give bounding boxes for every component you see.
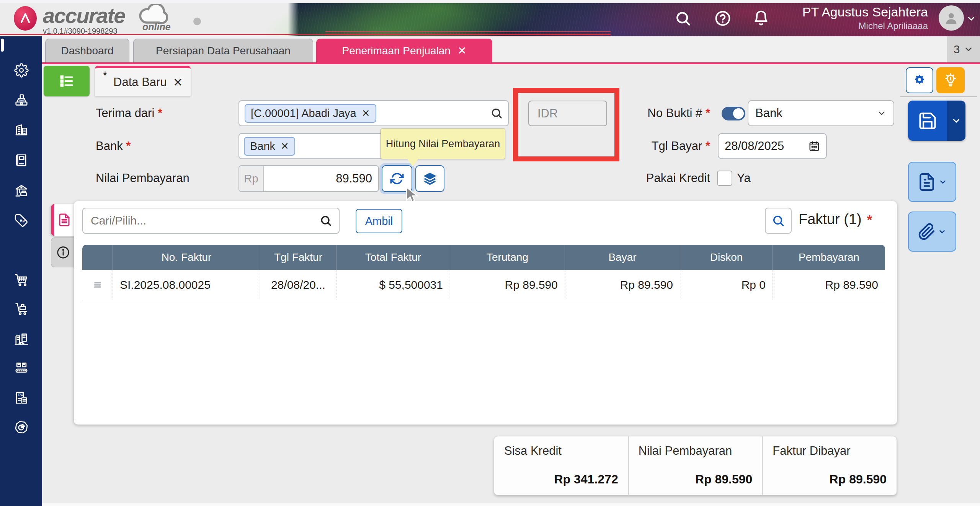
sidebar-item-reports[interactable] bbox=[14, 420, 29, 436]
cell-diskon[interactable]: Rp 0 bbox=[680, 270, 773, 300]
sidebar-item-settings[interactable] bbox=[14, 63, 29, 79]
sidebar-item-bank[interactable] bbox=[14, 184, 29, 200]
drag-handle-icon bbox=[93, 280, 103, 290]
sidebar-item-price-tag-rp[interactable]: Rp bbox=[14, 213, 29, 229]
no-bukti-toggle[interactable] bbox=[722, 107, 745, 120]
header-bayar[interactable]: Bayar bbox=[565, 245, 680, 270]
pakai-kredit-checkbox[interactable] bbox=[717, 171, 732, 186]
tab-label: Dashboard bbox=[61, 45, 114, 57]
global-search-icon[interactable] bbox=[675, 10, 691, 28]
terima-dari-input[interactable]: [C.00001] Abadi Jaya ✕ bbox=[238, 100, 509, 126]
invoice-search-box[interactable] bbox=[82, 208, 340, 234]
hint-lightbulb-button[interactable] bbox=[936, 67, 965, 93]
header-no-faktur[interactable]: No. Faktur bbox=[113, 245, 260, 270]
user-menu-chevron-icon[interactable] bbox=[966, 14, 976, 25]
header-pembayaran[interactable]: Pembayaran bbox=[773, 245, 885, 270]
header-tgl-faktur[interactable]: Tgl Faktur bbox=[260, 245, 336, 270]
bank-chip[interactable]: Bank ✕ bbox=[244, 137, 295, 156]
select-value: Bank bbox=[755, 106, 782, 120]
panel-tab-info[interactable] bbox=[51, 238, 75, 267]
save-floppy-icon bbox=[918, 111, 938, 131]
tgl-bayar-label: Tgl Bayar * bbox=[597, 139, 710, 153]
summary-value: Rp 89.590 bbox=[695, 472, 752, 486]
required-marker: * bbox=[867, 212, 872, 227]
invoice-panel bbox=[74, 201, 897, 425]
header-diskon[interactable]: Diskon bbox=[680, 245, 773, 270]
print-document-button[interactable] bbox=[908, 162, 956, 202]
sidebar-item-ledger-book[interactable] bbox=[14, 153, 29, 169]
info-icon bbox=[56, 246, 70, 259]
sidebar-item-fixed-assets[interactable] bbox=[14, 332, 29, 348]
user-name: Michel Apriliaaaa bbox=[781, 21, 928, 31]
attachments-button[interactable] bbox=[908, 212, 956, 252]
save-options-button[interactable] bbox=[947, 101, 965, 141]
row-drag-handle[interactable] bbox=[82, 270, 113, 300]
search-icon bbox=[772, 214, 785, 227]
chip-remove-icon[interactable]: ✕ bbox=[281, 140, 289, 152]
bank-label: Bank * bbox=[96, 139, 131, 153]
tab-count: 3 bbox=[954, 43, 960, 56]
summary-faktur-dibayar: Faktur Dibayar Rp 89.590 bbox=[762, 436, 897, 495]
pakai-kredit-label: Pakai Kredit bbox=[597, 171, 710, 185]
summary-sisa-kredit: Sisa Kredit Rp 341.272 bbox=[494, 436, 628, 495]
window-tabbar: Dashboard Persiapan Data Perusahaan Pene… bbox=[42, 36, 980, 62]
date-value: 28/08/2025 bbox=[725, 139, 784, 153]
no-bukti-label: No Bukti # * bbox=[597, 106, 710, 120]
header-total-faktur[interactable]: Total Faktur bbox=[336, 245, 450, 270]
sidebar-item-company[interactable] bbox=[14, 123, 29, 139]
help-icon[interactable] bbox=[714, 10, 731, 28]
sidebar-item-manufacturing[interactable] bbox=[14, 361, 29, 377]
cell-tgl-faktur[interactable]: 28/08/20... bbox=[260, 270, 336, 300]
invoice-search-input[interactable] bbox=[90, 214, 320, 228]
cell-total-faktur[interactable]: $ 55,500031 bbox=[336, 270, 450, 300]
side-actions-divider bbox=[900, 96, 977, 97]
tgl-bayar-input[interactable]: 28/08/2025 bbox=[718, 133, 827, 159]
document-tab-close-icon[interactable]: ✕ bbox=[173, 75, 183, 89]
customer-chip[interactable]: [C.00001] Abadi Jaya ✕ bbox=[245, 104, 376, 123]
search-icon[interactable] bbox=[490, 107, 503, 119]
cell-bayar[interactable]: Rp 89.590 bbox=[565, 270, 680, 300]
paperclip-icon bbox=[918, 223, 936, 241]
tab-penerimaan-penjualan[interactable]: Penerimaan Penjualan ✕ bbox=[316, 39, 492, 62]
required-marker: * bbox=[158, 106, 162, 120]
document-tab-label: Data Baru bbox=[113, 75, 167, 89]
tooltip-arrow bbox=[407, 158, 419, 166]
chevron-down-icon bbox=[877, 108, 887, 118]
no-bukti-select[interactable]: Bank bbox=[748, 100, 894, 126]
bank-chip-label: Bank bbox=[250, 140, 275, 153]
sidebar-item-tax[interactable]: TAX bbox=[14, 390, 29, 407]
unsaved-marker: * bbox=[103, 69, 107, 82]
cell-pembayaran[interactable]: Rp 89.590 bbox=[773, 270, 885, 300]
nilai-pembayaran-input[interactable]: Rp 89.590 bbox=[238, 165, 379, 192]
tab-dashboard[interactable]: Dashboard bbox=[45, 39, 129, 62]
avatar[interactable] bbox=[939, 5, 964, 31]
save-split-button[interactable] bbox=[908, 101, 965, 141]
tab-persiapan-data-perusahaan[interactable]: Persiapan Data Perusahaan bbox=[133, 39, 313, 62]
cell-terutang[interactable]: Rp 89.590 bbox=[450, 270, 565, 300]
tab-close-icon[interactable]: ✕ bbox=[457, 44, 466, 57]
sidebar-item-purchases-trolley[interactable] bbox=[14, 302, 29, 318]
company-name[interactable]: PT Agustus Sejahtera bbox=[781, 5, 928, 20]
chip-remove-icon[interactable]: ✕ bbox=[362, 107, 370, 119]
ambil-button[interactable]: Ambil bbox=[356, 209, 402, 233]
search-icon[interactable] bbox=[320, 215, 332, 227]
document-icon bbox=[917, 172, 936, 192]
invoice-table-row[interactable]: SI.2025.08.00025 28/08/20... $ 55,500031… bbox=[82, 270, 885, 300]
cell-no-faktur[interactable]: SI.2025.08.00025 bbox=[113, 270, 260, 300]
invoice-lookup-button[interactable] bbox=[765, 208, 792, 234]
save-button[interactable] bbox=[908, 101, 947, 141]
header-terutang[interactable]: Terutang bbox=[450, 245, 565, 270]
sidebar-item-cash-register[interactable] bbox=[14, 93, 29, 109]
sidebar-item-sales-cart[interactable] bbox=[14, 273, 29, 289]
form-settings-button[interactable] bbox=[906, 67, 933, 93]
summary-value: Rp 89.590 bbox=[830, 472, 887, 486]
calendar-icon[interactable] bbox=[808, 140, 820, 152]
tab-overflow-button[interactable]: 3 bbox=[947, 36, 980, 62]
list-view-button[interactable] bbox=[44, 66, 90, 96]
panel-tab-invoices[interactable] bbox=[51, 204, 75, 236]
nilai-pembayaran-label: Nilai Pembayaran bbox=[96, 171, 189, 185]
notifications-bell-icon[interactable] bbox=[753, 10, 769, 28]
tax-glyph: TAX bbox=[18, 393, 24, 397]
document-tab-data-baru[interactable]: * Data Baru ✕ bbox=[95, 66, 191, 96]
brand-wordmark: accurate bbox=[43, 3, 125, 28]
